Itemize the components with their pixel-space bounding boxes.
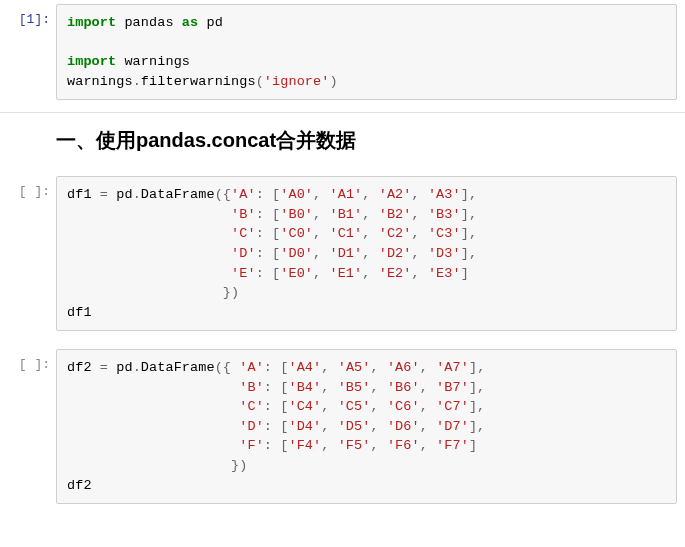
code-token: 'B2'	[379, 207, 412, 222]
code-token: ,	[412, 246, 428, 261]
code-token	[67, 266, 231, 281]
code-token: 'A2'	[379, 187, 412, 202]
code-token: 'C5'	[338, 399, 371, 414]
code-token: ,	[371, 360, 387, 375]
code-token: })	[67, 458, 247, 473]
code-token: : [	[264, 438, 289, 453]
code-token: ],	[461, 207, 477, 222]
code-token: .	[133, 74, 141, 89]
code-cell-2: [ ]: df1 = pd.DataFrame({'A': ['A0', 'A1…	[0, 172, 685, 335]
code-token: ,	[313, 246, 329, 261]
code-token: ,	[420, 438, 436, 453]
code-token	[67, 399, 239, 414]
code-token: 'D'	[231, 246, 256, 261]
code-token: 'F5'	[338, 438, 371, 453]
code-token: ,	[313, 207, 329, 222]
code-token: =	[100, 187, 108, 202]
code-token: ],	[469, 360, 485, 375]
code-token: ,	[362, 187, 378, 202]
code-token: : [	[264, 360, 289, 375]
code-token: 'C0'	[280, 226, 313, 241]
code-token: ,	[412, 207, 428, 222]
code-token	[67, 226, 231, 241]
code-token: ]	[461, 266, 469, 281]
code-token: : [	[256, 226, 281, 241]
code-token: 'B5'	[338, 380, 371, 395]
code-token	[67, 246, 231, 261]
code-token: ]	[469, 438, 477, 453]
code-token: ,	[412, 266, 428, 281]
code-token: : [	[256, 266, 281, 281]
code-token: ],	[469, 380, 485, 395]
cell-prompt: [1]:	[4, 4, 56, 27]
code-token: 'A'	[231, 187, 256, 202]
code-token: 'B0'	[280, 207, 313, 222]
code-token: 'C3'	[428, 226, 461, 241]
code-token: pd	[108, 187, 133, 202]
code-input-area[interactable]: import pandas as pd import warnings warn…	[56, 4, 677, 100]
code-input-area[interactable]: df2 = pd.DataFrame({ 'A': ['A4', 'A5', '…	[56, 349, 677, 504]
code-token: : [	[264, 419, 289, 434]
code-token: 'B7'	[436, 380, 469, 395]
code-token: 'A3'	[428, 187, 461, 202]
code-token: 'E1'	[329, 266, 362, 281]
code-token: 'C1'	[329, 226, 362, 241]
code-token: 'D6'	[387, 419, 420, 434]
code-cell-1: [1]: import pandas as pd import warnings…	[0, 0, 685, 104]
code-token: ,	[321, 360, 337, 375]
code-token: warnings	[116, 54, 190, 69]
code-token	[67, 419, 239, 434]
code-token: ],	[461, 246, 477, 261]
code-token: df2	[67, 360, 100, 375]
code-token	[67, 380, 239, 395]
code-token: ,	[370, 399, 386, 414]
code-token: : [	[256, 187, 281, 202]
markdown-cell: 一、使用pandas.concat合并数据	[0, 127, 685, 154]
code-token: 'B1'	[329, 207, 362, 222]
code-token: .	[133, 360, 141, 375]
code-token: 'F7'	[436, 438, 469, 453]
code-token: })	[67, 285, 239, 300]
code-token: 'A6'	[387, 360, 420, 375]
code-token: 'A4'	[288, 360, 321, 375]
code-token: : [	[264, 399, 289, 414]
code-token: df1	[67, 187, 100, 202]
code-token: warnings	[67, 74, 133, 89]
code-token: ,	[321, 419, 337, 434]
code-cell-3: [ ]: df2 = pd.DataFrame({ 'A': ['A4', 'A…	[0, 345, 685, 508]
code-token: import	[67, 54, 116, 69]
code-token: 'B'	[231, 207, 256, 222]
code-token: 'A0'	[280, 187, 313, 202]
code-token: =	[100, 360, 108, 375]
code-token: 'A'	[239, 360, 264, 375]
code-token: 'B6'	[387, 380, 420, 395]
code-token: ,	[362, 246, 378, 261]
code-input-area[interactable]: df1 = pd.DataFrame({'A': ['A0', 'A1', 'A…	[56, 176, 677, 331]
code-token: DataFrame	[141, 360, 215, 375]
cell-prompt: [ ]:	[4, 176, 56, 199]
code-token: : [	[264, 380, 289, 395]
code-token: 'D3'	[428, 246, 461, 261]
code-token: 'F'	[239, 438, 264, 453]
code-token: 'C4'	[288, 399, 321, 414]
code-token: DataFrame	[141, 187, 215, 202]
code-token: ,	[420, 399, 436, 414]
code-token	[67, 438, 239, 453]
code-token: ,	[420, 419, 436, 434]
code-token: 'C'	[231, 226, 256, 241]
code-token: df2	[67, 478, 92, 493]
code-token: 'D7'	[436, 419, 469, 434]
code-token: ,	[362, 207, 378, 222]
code-token: (	[256, 74, 264, 89]
code-token: 'D5'	[338, 419, 371, 434]
code-token: .	[133, 187, 141, 202]
code-token: 'A7'	[436, 360, 469, 375]
code-token: ({	[215, 187, 231, 202]
code-token: filterwarnings	[141, 74, 256, 89]
cell-prompt: [ ]:	[4, 349, 56, 372]
code-token: : [	[256, 207, 281, 222]
code-token: ],	[461, 187, 477, 202]
code-token: ,	[313, 266, 329, 281]
code-token: ],	[469, 419, 485, 434]
code-token: ,	[362, 266, 378, 281]
